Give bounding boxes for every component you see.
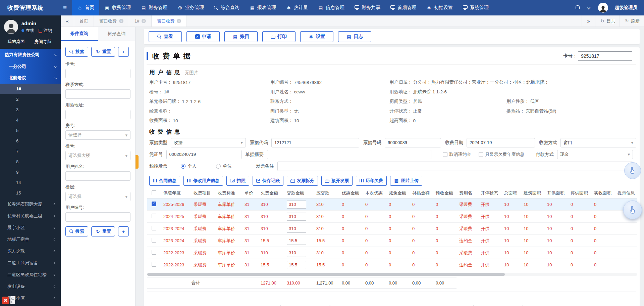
search-field-input[interactable]: [65, 212, 130, 222]
tree-item[interactable]: 1#: [0, 84, 61, 94]
nav-item[interactable]: 初始设置: [421, 0, 458, 15]
search-button[interactable]: 搜索: [65, 47, 88, 57]
fee-date-input[interactable]: [467, 138, 535, 147]
scroll-tabs-left-icon[interactable]: «: [61, 15, 74, 27]
tree-item[interactable]: 地板厂宿舍: [0, 233, 61, 245]
summary-input[interactable]: [267, 150, 431, 159]
tree-item[interactable]: 5: [0, 125, 61, 136]
sidebar-avatar[interactable]: [4, 20, 18, 34]
collapse-panel-handle[interactable]: [136, 155, 139, 169]
action-button[interactable]: 预开发票: [321, 176, 353, 186]
search-button-bottom[interactable]: 搜索: [65, 226, 88, 236]
search-field-input[interactable]: 请选择: [65, 192, 130, 201]
action-button[interactable]: 图片上传: [390, 176, 422, 186]
collect-way-select[interactable]: 窗口: [560, 138, 636, 147]
logout-button[interactable]: 注销: [39, 28, 52, 34]
tab-my-desktop[interactable]: 我的桌面: [7, 39, 25, 45]
action-button[interactable]: 修改用户信息: [183, 176, 223, 186]
table-row[interactable]: 2023-2024 采暖费 车库单价 31 15.5 15.5 0 0 0: [147, 235, 637, 247]
row-checkbox[interactable]: [152, 262, 156, 267]
nav-item[interactable]: 报表管理: [245, 0, 281, 15]
reset-button-bottom[interactable]: 重置: [91, 226, 115, 236]
tab-condition-query[interactable]: 条件查询: [61, 27, 98, 41]
nav-item[interactable]: 热计量: [281, 0, 313, 15]
tree-item[interactable]: 二道区民政局住宅楼: [0, 269, 61, 280]
floating-hand-button-large[interactable]: [623, 201, 642, 219]
page-tab[interactable]: 首页: [74, 15, 94, 27]
table-row[interactable]: 2024-2025 采暖费 车库单价 31 310 310 0 0 0: [147, 211, 637, 223]
refresh-button[interactable]: 刷新: [620, 15, 644, 27]
table-row[interactable]: 2022-2023 采暖费 车库单价 31 15.5 15.5 0 0 0: [147, 259, 637, 271]
pay-amount-input[interactable]: [287, 249, 306, 257]
pay-way-select[interactable]: 现金: [557, 150, 633, 159]
user-role[interactable]: 超级管理员: [615, 5, 638, 11]
toolbar-button[interactable]: 账目: [224, 31, 258, 42]
tree-item[interactable]: 7: [0, 146, 61, 157]
close-tab-icon[interactable]: [119, 19, 123, 23]
pay-amount-input[interactable]: [287, 225, 306, 233]
tree-item[interactable]: 热力有限责任公司: [0, 49, 61, 60]
add-condition-button[interactable]: +: [118, 47, 129, 57]
search-field-input[interactable]: [65, 171, 130, 181]
only-owe-checkbox[interactable]: 只显示欠费年度信息: [479, 151, 525, 158]
tax-invoice-radio[interactable]: 个人: [181, 163, 197, 169]
table-row[interactable]: 2025-2026 采暖费 车库单价 31 310 310 0 0 0: [147, 199, 637, 211]
page-tab[interactable]: 1#: [129, 15, 152, 27]
tax-invoice-radio[interactable]: 单位: [216, 163, 232, 169]
paid-amount-input[interactable]: [280, 305, 330, 306]
nav-item[interactable]: 综合查询: [209, 0, 245, 15]
close-tab-icon[interactable]: [142, 19, 146, 23]
invoice-note-input[interactable]: [277, 162, 633, 171]
add-condition-button-bottom[interactable]: +: [118, 226, 129, 236]
toolbar-button[interactable]: 打印: [262, 31, 296, 42]
row-checkbox[interactable]: [152, 238, 156, 243]
search-field-input[interactable]: [65, 110, 130, 119]
action-button[interactable]: 发票拆分: [287, 176, 318, 186]
tree-item[interactable]: 15: [0, 188, 61, 198]
tree-item[interactable]: 二道工商局宿舍: [0, 257, 61, 269]
hamburger-icon[interactable]: ≡: [63, 0, 67, 15]
nav-item[interactable]: 财务管理: [136, 0, 172, 15]
nav-item[interactable]: 首期管理: [385, 0, 421, 15]
close-tab-icon[interactable]: [177, 19, 181, 23]
floating-hand-button[interactable]: [624, 162, 641, 179]
tree-item[interactable]: 2: [0, 94, 61, 104]
tree-item[interactable]: 北航老院: [0, 72, 61, 84]
nav-item[interactable]: 业务管理: [172, 0, 209, 15]
row-checkbox[interactable]: [152, 214, 156, 218]
fullscreen-icon[interactable]: [586, 5, 591, 10]
bell-icon[interactable]: [575, 5, 580, 10]
row-checkbox[interactable]: [152, 202, 156, 206]
page-tab[interactable]: 窗口收费: [152, 15, 187, 27]
search-field-input[interactable]: 请选择大楼: [65, 151, 130, 160]
nav-item[interactable]: 财务共享: [350, 0, 385, 15]
toolbar-button[interactable]: 日志: [338, 31, 371, 42]
nav-item[interactable]: 收费管理: [99, 0, 136, 15]
action-button[interactable]: 拍照: [226, 176, 249, 186]
tree-item[interactable]: 发电设备: [0, 280, 61, 292]
card-no-input[interactable]: [578, 51, 632, 61]
toolbar-button[interactable]: 查看: [149, 31, 182, 42]
tree-item[interactable]: 14: [0, 177, 61, 188]
row-checkbox[interactable]: [152, 250, 156, 255]
pay-amount-input[interactable]: [287, 261, 306, 269]
reset-button[interactable]: 重置: [91, 47, 115, 57]
tab-tree-query[interactable]: 树形查询: [98, 27, 135, 41]
tab-room-nav[interactable]: 房间导航: [34, 39, 52, 45]
horizontal-scrollbar[interactable]: [147, 273, 637, 276]
tree-item[interactable]: 9: [0, 167, 61, 177]
log-button[interactable]: 日志: [595, 15, 620, 27]
row-checkbox[interactable]: [152, 226, 156, 230]
table-row[interactable]: 2022-2023 采暖费 车库单价 31 310 310 0 0 0: [147, 247, 637, 259]
cancel-penalty-checkbox[interactable]: 取消违约金: [443, 151, 471, 158]
nav-item[interactable]: 系统管理: [458, 0, 494, 15]
search-field-input[interactable]: [65, 89, 130, 99]
tree-item[interactable]: 东方之珠: [0, 245, 61, 257]
tree-item[interactable]: 一分公司: [0, 60, 61, 72]
table-row[interactable]: 2023-2024 采暖费 车库单价 31 310 310 0 0 0: [147, 223, 637, 235]
action-button[interactable]: 历年欠费: [356, 176, 387, 186]
tree-item[interactable]: 3: [0, 104, 61, 115]
tree-item[interactable]: 长青村民航委三组: [0, 210, 61, 222]
scroll-tabs-right-icon[interactable]: »: [582, 15, 595, 27]
voucher-no-input[interactable]: [166, 150, 241, 159]
